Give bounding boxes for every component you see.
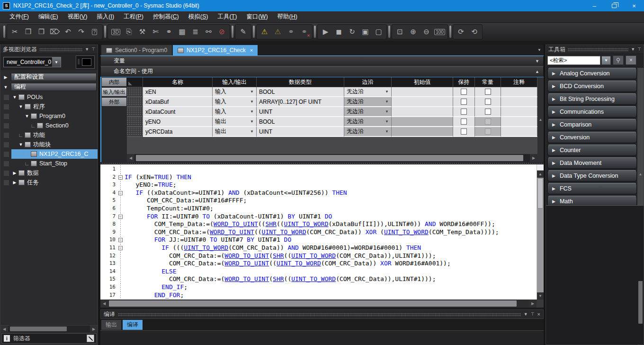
initial-value-cell[interactable] — [392, 87, 453, 97]
cut-button[interactable]: ✂ — [9, 26, 21, 38]
filter-pin-icon[interactable] — [87, 335, 94, 342]
chevron-down-icon[interactable]: ▼ — [18, 104, 24, 109]
zoom-fit-button[interactable]: ⊡ — [394, 26, 406, 38]
edge-select[interactable]: 无边沿▼ — [344, 87, 392, 97]
toolbox-category[interactable]: ▶Communications — [547, 106, 637, 118]
comment-cell[interactable] — [501, 87, 537, 97]
menu-item[interactable]: 模拟(S) — [184, 11, 213, 22]
run-mode-button[interactable]: ⟳ — [455, 26, 467, 38]
toolbox-category[interactable]: ▶Data Movement — [547, 157, 637, 169]
var-scope-tab-外部[interactable]: 外部 — [101, 97, 127, 107]
tree-group-配置和设置[interactable]: ▶配置和设置 — [0, 73, 98, 82]
retain-checkbox[interactable] — [461, 128, 467, 135]
pin-icon[interactable]: ⊤ — [637, 47, 641, 52]
toolbox-category[interactable]: ▶Conversion — [547, 132, 637, 143]
tab-list-chevron-icon[interactable]: ▼ — [537, 48, 541, 52]
multiview-explorer-header[interactable]: 多视图浏览器 ▼ ⊤ — [0, 45, 98, 54]
constant-checkbox[interactable] — [485, 99, 491, 105]
tree-item-Start_Stop[interactable]: ∟Start_Stop — [0, 159, 98, 168]
data-type-cell[interactable]: BOOL — [257, 117, 344, 127]
code-line[interactable]: 5 COM_CRC_Data:=UINT#16#FFFF; — [100, 197, 537, 205]
warning-on-button[interactable]: ⚠ — [258, 26, 271, 38]
copy-button[interactable]: ❐ — [22, 26, 35, 38]
var-name-cell[interactable]: yENO — [143, 117, 213, 127]
chevron-down-icon[interactable]: ▼ — [18, 142, 24, 147]
chevron-down-icon[interactable]: ▼ — [0, 85, 11, 90]
menu-item[interactable]: 编辑(E) — [34, 11, 63, 22]
menu-item[interactable]: 窗口(W) — [242, 11, 272, 22]
row-handle[interactable] — [127, 107, 143, 117]
zoom-100-button[interactable]: 100 — [433, 26, 446, 38]
undo-button[interactable]: ↶ — [62, 26, 74, 38]
menu-item[interactable]: 帮助(H) — [273, 11, 302, 22]
comment-cell[interactable] — [501, 97, 537, 107]
monitor-glasses-button[interactable]: ⚭ — [285, 26, 297, 38]
chevron-down-icon[interactable]: ▼ — [11, 95, 18, 100]
chevron-right-icon[interactable]: ▶ — [0, 75, 11, 80]
abort-build-button[interactable]: ⊘ — [215, 26, 228, 38]
initial-value-cell[interactable] — [392, 107, 453, 117]
cross-reference-button[interactable]: ≣ — [189, 26, 202, 38]
tree-item-数据[interactable]: ▶数据 — [0, 168, 98, 178]
toolbox-category[interactable]: ▶Analog Conversion — [547, 68, 637, 79]
scroll-left-button[interactable]: ◀ — [127, 154, 134, 162]
tree-item-Section0[interactable]: ∟Section0 — [0, 121, 98, 130]
scroll-right-button[interactable]: ▶ — [530, 154, 537, 162]
output-window-button[interactable]: ⎘ — [123, 26, 135, 38]
scrollbar-thumb[interactable] — [10, 327, 67, 331]
fold-toggle-icon[interactable]: − — [118, 246, 123, 250]
clear-search-button[interactable]: × — [626, 55, 636, 65]
search-button[interactable]: ⚲ — [613, 55, 624, 65]
code-line[interactable]: 9 COM_CRC_Data:=(WORD_TO_UINT((UINT_TO_W… — [100, 228, 537, 236]
scroll-left-button[interactable]: ◀ — [0, 326, 8, 332]
scroll-left-button[interactable]: ◀ — [100, 300, 108, 308]
paste-button[interactable]: ❒ — [35, 26, 48, 38]
pin-icon[interactable]: ⊤ — [91, 47, 95, 52]
row-handle[interactable] — [127, 87, 143, 97]
var-name-cell[interactable]: xDataCount — [143, 107, 213, 117]
menu-item[interactable]: 工具(T) — [213, 11, 242, 22]
code-line[interactable]: 6 TempCount:=UINT#0; — [100, 205, 537, 213]
scroll-right-button[interactable]: ▶ — [90, 326, 98, 332]
transfer-to-controller-button[interactable]: ▣ — [359, 26, 372, 38]
row-handle[interactable] — [127, 117, 143, 127]
var-scope-tab-输入/输出[interactable]: 输入/输出 — [101, 87, 127, 97]
document-tab[interactable]: Section0 - Program0 — [101, 45, 172, 55]
tree-item-程序[interactable]: ▼程序 — [0, 102, 98, 111]
row-handle[interactable] — [127, 127, 143, 137]
program-mode-button[interactable]: ⟲ — [468, 26, 481, 38]
fold-toggle-icon[interactable]: − — [118, 215, 123, 219]
menu-item[interactable]: 插入(I) — [92, 11, 119, 22]
close-tab-icon[interactable]: × — [250, 47, 253, 53]
code-line[interactable]: 12 COM_CRC_Data:=(WORD_TO_UINT(SHR((UINT… — [100, 252, 537, 260]
toolbox-header[interactable]: 工具箱 ▼ ⊤ — [546, 45, 644, 54]
scroll-right-button[interactable]: ▶ — [529, 300, 537, 308]
fold-toggle-icon[interactable]: − — [118, 175, 123, 180]
code-line[interactable]: 16 END_IF; — [100, 283, 537, 291]
retain-checkbox[interactable] — [461, 89, 467, 95]
minimize-button[interactable]: – — [584, 0, 604, 11]
menu-item[interactable]: 工程(P) — [119, 11, 148, 22]
retain-checkbox[interactable] — [461, 99, 467, 105]
toolbox-category[interactable]: ▶Counter — [547, 145, 637, 156]
toolbox-category[interactable]: ▶Bit String Processing — [547, 93, 637, 105]
io-select[interactable]: 输入▼ — [213, 107, 257, 117]
build-tab-输出[interactable]: 输出 — [101, 320, 121, 330]
build-panel-header[interactable]: 编译 ▼ ⊤ × — [100, 309, 544, 319]
variables-bar[interactable]: 变量 ▼ — [100, 56, 544, 66]
comment-cell[interactable] — [501, 107, 537, 117]
document-tab[interactable]: NX1P2_CRC16_Check× — [173, 45, 258, 55]
data-type-cell[interactable]: ARRAY[0..127] OF UINT — [257, 97, 344, 107]
code-line[interactable]: 14 ELSE — [100, 268, 537, 276]
chevron-down-icon[interactable]: ▼ — [601, 56, 611, 65]
retain-checkbox[interactable] — [461, 109, 467, 115]
tree-item-功能[interactable]: ∟功能 — [0, 130, 98, 140]
chevron-down-icon[interactable]: ▼ — [24, 114, 30, 118]
fold-toggle-icon[interactable]: − — [118, 238, 123, 242]
scrollbar-thumb[interactable] — [136, 155, 523, 161]
warning-off-button[interactable]: ⚠ — [271, 26, 284, 38]
io-select[interactable]: 输出▼ — [213, 127, 257, 137]
comment-cell[interactable] — [501, 127, 537, 137]
code-line[interactable]: 4− IF ((xDataCount>=UINT#1) AND (xDataCo… — [100, 189, 537, 197]
toolbox-category[interactable]: ▶Comparison — [547, 119, 637, 130]
